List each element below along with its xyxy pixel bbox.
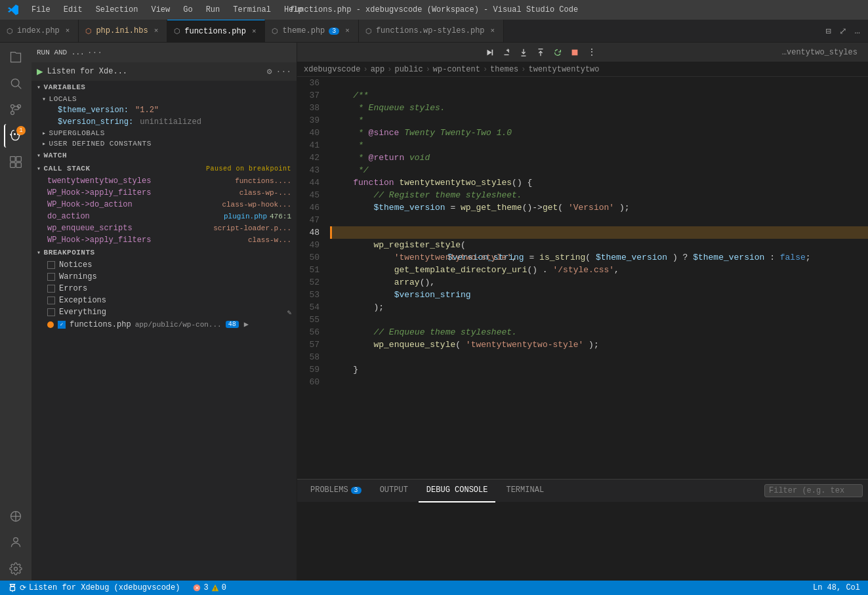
window-title: functions.php - xdebugvscode (Workspace)… <box>290 5 578 14</box>
code-line-54: ); <box>330 301 868 314</box>
code-line-53: $version_string <box>330 289 868 301</box>
bp-warnings[interactable]: Warnings <box>31 271 297 283</box>
breadcrumb-part-0[interactable]: xdebugvscode <box>304 65 360 74</box>
bp-checkbox-warnings[interactable] <box>47 273 55 281</box>
cs-item-4[interactable]: wp_enqueue_scripts script-loader.p... <box>31 222 297 234</box>
split-editor-icon[interactable]: ⊟ <box>823 24 833 38</box>
status-position[interactable]: Ln 48, Col <box>810 581 863 595</box>
breadcrumb-part-4[interactable]: themes <box>490 65 518 74</box>
run-more[interactable]: ··· <box>87 48 102 58</box>
activity-settings[interactable] <box>4 557 28 581</box>
more-icon[interactable]: ··· <box>276 67 291 77</box>
status-debug-item[interactable]: ⟳ Listen for Xdebug (xdebugvscode) <box>5 581 182 595</box>
bp-checkbox-notices[interactable] <box>47 261 55 269</box>
cs-item-1[interactable]: WP_Hook->apply_filters class-wp-... <box>31 187 297 199</box>
edit-everything-icon[interactable]: ✎ <box>287 308 291 317</box>
cs-file-0: functions.... <box>235 177 291 185</box>
cs-item-3[interactable]: do_action plugin.php 476:1 <box>31 211 297 222</box>
cs-item-0[interactable]: twentytwentytwo_styles functions.... <box>31 175 297 187</box>
breadcrumb-part-1[interactable]: app <box>371 65 385 74</box>
code-line-36 <box>330 77 868 89</box>
debug-restart-btn[interactable] <box>550 45 565 60</box>
user-defined-header[interactable]: ▸ User defined constants <box>31 138 297 149</box>
tab-wpstyles[interactable]: ⬡ functions.wp-styles.php × <box>359 20 504 43</box>
menu-terminal[interactable]: Terminal <box>228 4 276 16</box>
menu-help[interactable]: Help <box>279 4 308 16</box>
menu-view[interactable]: View <box>146 4 175 16</box>
editor-layout-icon[interactable]: ⤢ <box>837 24 850 38</box>
tab-close-functions[interactable]: × <box>250 27 258 36</box>
superglobals-label: Superglobals <box>49 129 105 137</box>
debug-stop-btn[interactable] <box>568 45 582 60</box>
php-icon-wpstyles: ⬡ <box>365 27 372 35</box>
gear-icon[interactable]: ⚙ <box>267 66 272 77</box>
tab-close-wpstyles[interactable]: × <box>489 26 497 35</box>
tab-close-theme[interactable]: × <box>343 26 352 35</box>
open-file-icon[interactable]: ▶ <box>244 319 249 329</box>
code-editor[interactable]: 36 37 38 39 40 41 42 43 44 45 46 47 48 4… <box>297 77 868 479</box>
svg-point-2 <box>11 105 14 108</box>
bp-checkbox-errors[interactable] <box>47 285 55 293</box>
variables-title: VARIABLES <box>44 83 86 91</box>
panel-filter-input[interactable] <box>764 484 863 497</box>
overflow-icon[interactable]: … <box>852 24 863 37</box>
bp-exceptions[interactable]: Exceptions <box>31 295 297 306</box>
debug-continue-btn[interactable] <box>482 45 497 60</box>
activity-explorer[interactable] <box>4 45 28 69</box>
panel-tab-output[interactable]: OUTPUT <box>372 480 416 503</box>
breadcrumb-part-3[interactable]: wp-content <box>433 65 480 74</box>
tab-close-index[interactable]: × <box>64 26 72 35</box>
activity-extensions[interactable] <box>4 150 28 174</box>
panel-tab-debug-console[interactable]: DEBUG CONSOLE <box>419 480 496 503</box>
cs-item-5[interactable]: WP_Hook->apply_filters class-w... <box>31 234 297 246</box>
debug-step-into-btn[interactable] <box>516 45 531 60</box>
bp-file-functions[interactable]: ✓ functions.php app/public/wp-con... 48 … <box>31 318 297 331</box>
breadcrumb-part-5[interactable]: twentytwentytwo <box>529 65 600 74</box>
locals-header[interactable]: ▾ Locals <box>31 94 297 104</box>
panel-tab-terminal[interactable]: TERMINAL <box>498 480 552 503</box>
tab-index[interactable]: ⬡ index.php × <box>0 20 79 43</box>
debug-step-over-btn[interactable] <box>499 45 514 60</box>
status-errors[interactable]: ✕ 3 ! 0 <box>190 581 228 595</box>
tab-close-phpini[interactable]: × <box>152 26 161 35</box>
sidebar: RUN AND ... ··· ▶ Listen for Xde... ⚙ ··… <box>31 43 297 581</box>
play-button[interactable]: ▶ <box>37 65 43 78</box>
tab-functions[interactable]: ⬡ functions.php × <box>167 20 265 43</box>
call-stack-header[interactable]: ▾ CALL STACK Paused on breakpoint <box>31 162 297 175</box>
bp-errors[interactable]: Errors <box>31 283 297 295</box>
breadcrumb-part-2[interactable]: public <box>394 65 423 74</box>
status-bar-right: Ln 48, Col <box>810 581 863 595</box>
activity-source-control[interactable] <box>4 98 28 121</box>
watch-header[interactable]: ▾ WATCH <box>31 149 297 162</box>
variables-section: ▾ VARIABLES ▾ Locals $theme_version: "1.… <box>31 81 297 149</box>
bp-label-everything: Everything <box>59 308 106 317</box>
debug-more-btn[interactable]: ⋮ <box>585 45 599 60</box>
debug-step-out-btn[interactable] <box>533 45 548 60</box>
tab-bar: ⬡ index.php × ⬡ php.ini.hbs × ⬡ function… <box>0 20 868 43</box>
bp-notices[interactable]: Notices <box>31 259 297 271</box>
breakpoints-header[interactable]: ▾ BREAKPOINTS <box>31 246 297 259</box>
terminal-label: TERMINAL <box>506 485 544 495</box>
var-label: $theme_version: <box>58 106 129 115</box>
panel-tab-problems[interactable]: PROBLEMS 3 <box>302 480 369 503</box>
bp-checkbox-everything[interactable] <box>47 308 55 316</box>
menu-file[interactable]: File <box>26 4 56 16</box>
variables-header[interactable]: ▾ VARIABLES <box>31 81 297 94</box>
tab-phpini[interactable]: ⬡ php.ini.hbs × <box>79 20 167 43</box>
menu-edit[interactable]: Edit <box>58 4 88 16</box>
activity-search[interactable] <box>4 72 28 95</box>
editor-area: ⋮ …ventytwo_styles xdebugvscode › app › … <box>297 43 868 581</box>
menu-go[interactable]: Go <box>178 4 197 16</box>
bp-everything[interactable]: Everything ✎ <box>31 306 297 318</box>
bp-checkbox-functions[interactable]: ✓ <box>58 321 66 329</box>
bp-checkbox-exceptions[interactable] <box>47 297 55 304</box>
superglobals-header[interactable]: ▸ Superglobals <box>31 128 297 138</box>
activity-accounts[interactable] <box>4 531 28 554</box>
tab-theme[interactable]: ⬡ theme.php 3 × <box>265 20 358 43</box>
menu-run[interactable]: Run <box>201 4 226 16</box>
cs-item-2[interactable]: WP_Hook->do_action class-wp-hook... <box>31 199 297 211</box>
activity-remote[interactable] <box>4 504 28 528</box>
menu-selection[interactable]: Selection <box>91 4 144 16</box>
svg-point-12 <box>14 538 18 543</box>
activity-debug[interactable]: 1 <box>4 124 28 148</box>
